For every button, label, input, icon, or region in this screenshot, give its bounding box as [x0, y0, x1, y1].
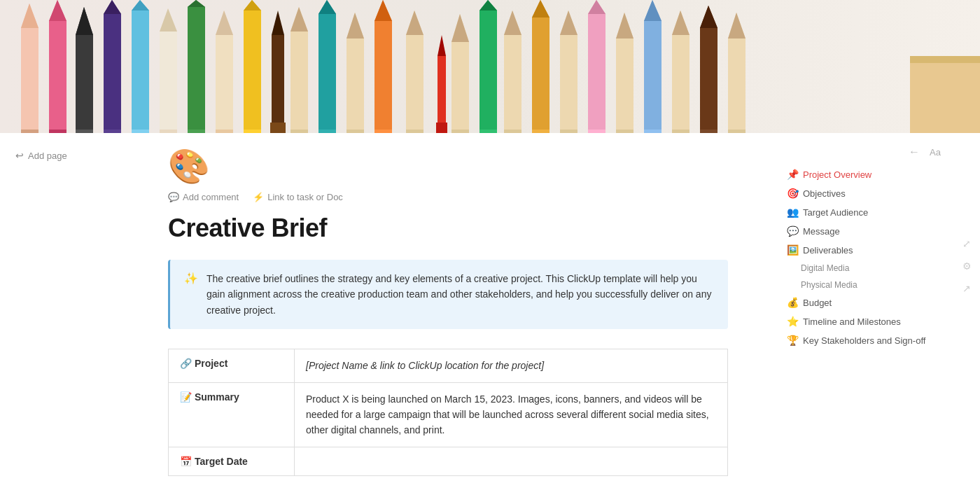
label-icon: 📅: [180, 456, 192, 467]
svg-rect-64: [560, 130, 578, 133]
table-value-cell[interactable]: [Project Name & link to ClickUp location…: [295, 349, 728, 382]
toc-item-label: Key Stakeholders and Sign-off: [803, 334, 925, 348]
collapse-button[interactable]: ←: [904, 144, 924, 160]
toc-item-icon: 💬: [787, 224, 799, 239]
callout-box: ✨ The creative brief outlines the strate…: [168, 260, 728, 329]
svg-marker-35: [318, 0, 336, 133]
svg-rect-55: [479, 130, 497, 133]
svg-marker-59: [532, 0, 550, 133]
table-value[interactable]: [295, 447, 728, 475]
label-icon: 📝: [180, 391, 192, 403]
toc-item-label: Physical Media: [801, 279, 858, 291]
sidebar-header: ← Aa: [781, 144, 941, 160]
toc-item[interactable]: Digital Media: [781, 260, 941, 277]
resize-icon[interactable]: ⤢: [962, 238, 972, 249]
toc-item[interactable]: Physical Media: [781, 277, 941, 293]
svg-rect-70: [616, 130, 634, 133]
svg-rect-37: [318, 130, 336, 133]
svg-rect-25: [216, 130, 233, 133]
toc-item[interactable]: 🖼️Deliverables: [781, 241, 941, 260]
toc-item[interactable]: 🎯Objectives: [781, 184, 941, 203]
right-sidebar: ← Aa 📌Project Overview🎯Objectives👥Target…: [770, 133, 952, 495]
link-to-task-label: Link to task or Doc: [267, 192, 343, 202]
label-icon: 🔗: [180, 358, 192, 369]
svg-rect-29: [272, 35, 284, 133]
svg-rect-13: [104, 130, 121, 133]
toolbar: 💬 Add comment ⚡ Link to task or Doc: [168, 192, 728, 202]
toc-list: 📌Project Overview🎯Objectives👥Target Audi…: [781, 165, 941, 350]
table-label-cell: 📝 Summary: [169, 382, 295, 447]
svg-rect-4: [21, 130, 38, 133]
main-layout: ↩ Add page 🎨 💬 Add comment ⚡ Link to tas…: [0, 133, 980, 495]
toc-item-label: Timeline and Milestones: [803, 315, 901, 329]
hero-banner: [0, 0, 980, 133]
page-title: Creative Brief: [168, 214, 728, 243]
svg-rect-79: [700, 130, 718, 133]
table-label-cell: 📅 Target Date: [169, 447, 295, 475]
toc-item-icon: 👥: [787, 205, 799, 220]
toc-item-label: Digital Media: [801, 262, 849, 274]
font-settings-icon[interactable]: Aa: [930, 147, 941, 158]
callout-icon: ✨: [184, 272, 198, 285]
svg-marker-53: [479, 0, 497, 133]
svg-rect-16: [132, 130, 149, 133]
settings-icon[interactable]: ⚙: [962, 260, 972, 272]
toc-item-icon: 💰: [787, 295, 799, 310]
svg-rect-76: [672, 130, 690, 133]
callout-text: The creative brief outlines the strategy…: [206, 271, 714, 318]
table-row: 🔗 Project[Project Name & link to ClickUp…: [169, 349, 728, 382]
toc-item-label: Target Audience: [803, 206, 868, 220]
svg-rect-47: [438, 56, 446, 133]
svg-rect-10: [76, 130, 93, 133]
table-row: 📅 Target Date: [169, 447, 728, 475]
share-icon[interactable]: ↗: [962, 283, 972, 294]
svg-rect-84: [910, 56, 980, 63]
svg-rect-46: [406, 130, 424, 133]
toc-item[interactable]: 👥Target Audience: [781, 203, 941, 222]
add-comment-button[interactable]: 💬 Add comment: [168, 192, 239, 202]
svg-rect-82: [728, 130, 746, 133]
svg-marker-26: [244, 0, 261, 133]
svg-rect-43: [374, 130, 392, 133]
svg-rect-83: [910, 56, 980, 133]
toc-item-icon: 📌: [787, 167, 799, 182]
toc-item[interactable]: 💰Budget: [781, 293, 941, 312]
info-table: 🔗 Project[Project Name & link to ClickUp…: [168, 349, 728, 476]
svg-rect-52: [451, 130, 469, 133]
svg-marker-65: [588, 0, 606, 133]
add-page-button[interactable]: ↩ Add page: [11, 147, 129, 164]
toc-item[interactable]: 🏆Key Stakeholders and Sign-off: [781, 331, 941, 350]
left-sidebar: ↩ Add page: [0, 133, 140, 495]
toc-item[interactable]: 💬Message: [781, 222, 941, 241]
table-label-cell: 🔗 Project: [169, 349, 295, 382]
toc-item-icon: 🏆: [787, 333, 799, 348]
svg-rect-48: [436, 123, 447, 133]
link-icon: ⚡: [253, 192, 264, 202]
svg-marker-20: [188, 0, 205, 133]
toc-item-label: Message: [803, 225, 840, 239]
toc-item-label: Objectives: [803, 187, 846, 201]
main-content: 🎨 💬 Add comment ⚡ Link to task or Doc Cr…: [140, 133, 770, 495]
add-comment-label: Add comment: [183, 192, 239, 202]
add-page-label: Add page: [28, 151, 67, 161]
table-value: [Project Name & link to ClickUp location…: [306, 360, 544, 371]
svg-rect-30: [270, 123, 286, 133]
svg-marker-11: [104, 0, 121, 133]
svg-rect-7: [49, 130, 66, 133]
svg-rect-58: [504, 130, 522, 133]
toc-item-icon: 🖼️: [787, 243, 799, 258]
toc-item[interactable]: 📌Project Overview: [781, 165, 941, 184]
svg-rect-19: [160, 130, 177, 133]
svg-rect-61: [532, 130, 550, 133]
svg-rect-28: [244, 130, 261, 133]
toc-item[interactable]: ⭐Timeline and Milestones: [781, 312, 941, 331]
comment-icon: 💬: [168, 192, 179, 202]
add-page-icon: ↩: [15, 150, 24, 161]
table-value[interactable]: Product X is being launched on March 15,…: [295, 382, 728, 447]
toc-item-label: Budget: [803, 296, 832, 310]
toc-item-label: Project Overview: [803, 168, 872, 182]
toc-item-icon: ⭐: [787, 314, 799, 329]
svg-rect-67: [588, 130, 606, 133]
toc-item-icon: 🎯: [787, 186, 799, 201]
link-to-task-button[interactable]: ⚡ Link to task or Doc: [253, 192, 343, 202]
